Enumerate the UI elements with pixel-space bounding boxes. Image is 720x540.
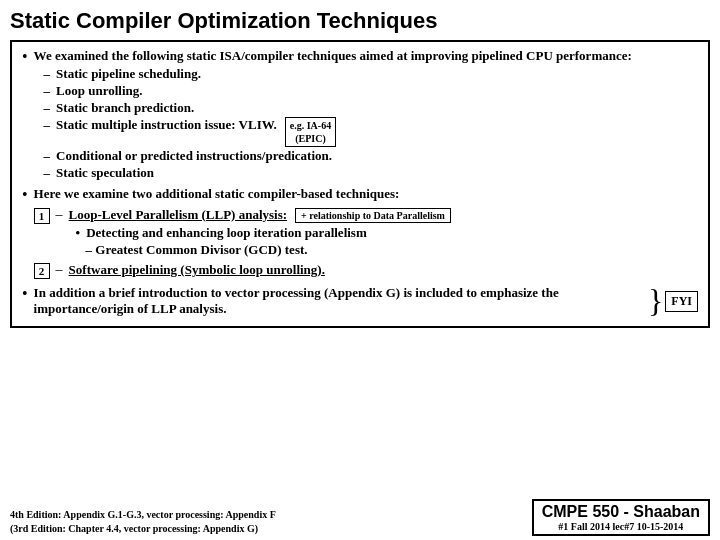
footer-left-line1: 4th Edition: Appendix G.1-G.3, vector pr…	[10, 508, 276, 522]
bottom-bullet: • In addition a brief introduction to ve…	[22, 285, 698, 317]
num-dash-2: –	[56, 262, 63, 278]
fyi-wrap: } FYI	[648, 285, 698, 317]
footer-right-box: CMPE 550 - Shaaban #1 Fall 2014 lec#7 10…	[532, 499, 710, 536]
intro-text: We examined the following static ISA/com…	[34, 48, 698, 64]
bottom-text: In addition a brief introduction to vect…	[34, 285, 559, 316]
sub-bullet-text-1: Detecting and enhancing loop iteration p…	[86, 225, 367, 241]
sub-item-5: – Conditional or predicted instructions/…	[44, 148, 698, 164]
num-title-1: Loop-Level Parallelism (LLP) analysis:	[69, 207, 287, 223]
num-badge-2: 2	[34, 263, 50, 279]
page-title: Static Compiler Optimization Techniques	[10, 8, 710, 34]
num-title-row-1: – Loop-Level Parallelism (LLP) analysis:…	[56, 207, 698, 223]
num-row-2: 2 – Software pipelining (Symbolic loop u…	[34, 262, 698, 279]
sub-list: – Static pipeline scheduling. – Loop unr…	[44, 66, 698, 181]
rel-badge-1: + relationship to Data Parallelism	[295, 208, 451, 223]
sub-bullet-item-1: • Detecting and enhancing loop iteration…	[76, 225, 698, 241]
dash-4: –	[44, 117, 51, 133]
sub-item-5-text: Conditional or predicted instructions/pr…	[56, 148, 332, 164]
bullet-dot: •	[22, 48, 28, 182]
page: Static Compiler Optimization Techniques …	[0, 0, 720, 540]
dash-5: –	[44, 148, 51, 164]
fyi-box: FYI	[665, 291, 698, 312]
fyi-label: FYI	[671, 294, 692, 308]
sub-item-6: – Static speculation	[44, 165, 698, 181]
footer-left: 4th Edition: Appendix G.1-G.3, vector pr…	[10, 508, 276, 536]
dash-1: –	[44, 66, 51, 82]
bottom-content: In addition a brief introduction to vect…	[34, 285, 642, 317]
num-title-2: Software pipelining (Symbolic loop unrol…	[69, 262, 325, 278]
curly-brace-icon: }	[648, 285, 663, 317]
main-content-box: • We examined the following static ISA/c…	[10, 40, 710, 328]
sub-item-6-text: Static speculation	[56, 165, 154, 181]
section2-content: Here we examine two additional static co…	[34, 186, 698, 281]
sub-item-3-text: Static branch prediction.	[56, 100, 194, 116]
bullet-dot-2: •	[22, 186, 28, 281]
num-content-1: – Loop-Level Parallelism (LLP) analysis:…	[56, 207, 698, 260]
vliw-row: Static multiple instruction issue: VLIW.…	[56, 117, 336, 147]
sub-bullet-dot-1: •	[76, 225, 81, 241]
sub-item-1: – Static pipeline scheduling.	[44, 66, 698, 82]
num-badge-1: 1	[34, 208, 50, 224]
indent-dash-1: – Greatest Common Divisor (GCD) test.	[86, 242, 698, 258]
num-content-2: – Software pipelining (Symbolic loop unr…	[56, 262, 698, 278]
sub-item-4-text: Static multiple instruction issue: VLIW.	[56, 117, 277, 133]
dash-2: –	[44, 83, 51, 99]
gcd-text: – Greatest Common Divisor (GCD) test.	[86, 242, 308, 258]
eg-line1: e.g. IA-64	[290, 119, 331, 132]
section2-bullet: • Here we examine two additional static …	[22, 186, 698, 281]
section2-text: Here we examine two additional static co…	[34, 186, 698, 202]
intro-bullet: • We examined the following static ISA/c…	[22, 48, 698, 182]
sub-item-4: – Static multiple instruction issue: VLI…	[44, 117, 698, 147]
sub-bullets-1: • Detecting and enhancing loop iteration…	[76, 225, 698, 241]
footer-left-line2: (3rd Edition: Chapter 4.4, vector proces…	[10, 522, 276, 536]
num-row-1: 1 – Loop-Level Parallelism (LLP) analysi…	[34, 207, 698, 260]
sub-item-3: – Static branch prediction.	[44, 100, 698, 116]
eg-box: e.g. IA-64 (EPIC)	[285, 117, 336, 147]
footer-right-title: CMPE 550 - Shaaban	[542, 503, 700, 521]
sub-item-2-text: Loop unrolling.	[56, 83, 142, 99]
dash-3: –	[44, 100, 51, 116]
eg-line2: (EPIC)	[290, 132, 331, 145]
sub-item-2: – Loop unrolling.	[44, 83, 698, 99]
bullet-dot-3: •	[22, 285, 28, 317]
dash-6: –	[44, 165, 51, 181]
footer: 4th Edition: Appendix G.1-G.3, vector pr…	[10, 497, 710, 536]
intro-content: We examined the following static ISA/com…	[34, 48, 698, 182]
num-dash-1: –	[56, 207, 63, 223]
num-title-row-2: – Software pipelining (Symbolic loop unr…	[56, 262, 698, 278]
footer-right-sub: #1 Fall 2014 lec#7 10-15-2014	[542, 521, 700, 532]
sub-item-1-text: Static pipeline scheduling.	[56, 66, 201, 82]
